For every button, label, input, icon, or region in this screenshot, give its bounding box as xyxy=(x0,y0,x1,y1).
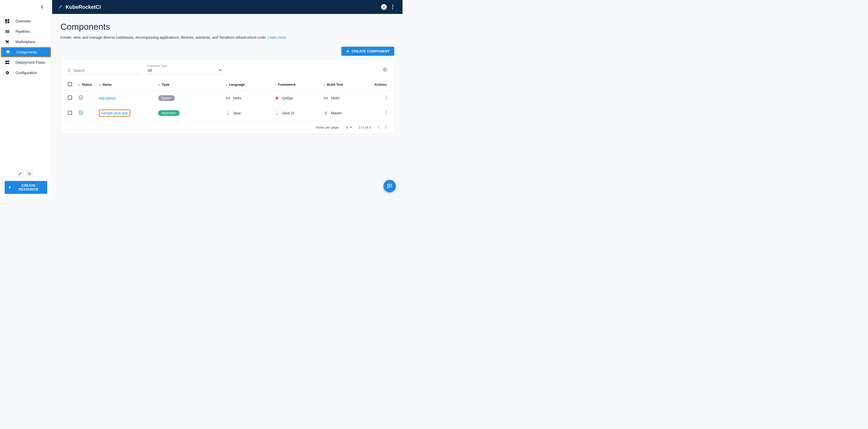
search-input[interactable] xyxy=(73,68,141,72)
sidebar-item-label: Marketplace xyxy=(16,40,35,44)
theme-option-rocket[interactable] xyxy=(17,170,24,177)
row-actions-button[interactable] xyxy=(386,96,387,100)
select-all-checkbox[interactable] xyxy=(68,82,72,86)
next-page-button[interactable] xyxy=(384,125,387,130)
rows-per-page-select[interactable]: 5 xyxy=(346,125,352,129)
kubernetes-icon xyxy=(27,172,31,176)
brand-label: KubeRocketCI xyxy=(66,4,101,10)
sidebar: Overview Pipelines Marketplace Component… xyxy=(0,0,52,199)
sidebar-item-marketplace[interactable]: Marketplace xyxy=(0,37,52,47)
brand[interactable]: KubeRocketCI xyxy=(57,4,101,10)
sort-icon[interactable]: ▲▼ xyxy=(323,84,326,86)
svg-point-28 xyxy=(386,114,386,115)
info-icon: i xyxy=(381,4,387,10)
more-menu-button[interactable] xyxy=(389,3,396,10)
search-input-wrap xyxy=(66,67,141,74)
sidebar-item-label: Components xyxy=(16,50,37,54)
svg-point-26 xyxy=(386,111,386,112)
rows-per-page-label: Rows per page: xyxy=(316,125,340,129)
row-actions-button[interactable] xyxy=(386,112,387,116)
sidebar-item-components[interactable]: Components xyxy=(1,47,51,57)
info-button[interactable]: i xyxy=(380,3,388,10)
sort-icon[interactable]: ▲▼ xyxy=(78,84,80,86)
svg-point-16 xyxy=(384,69,385,70)
language-icon: HELM xyxy=(225,95,230,101)
svg-point-10 xyxy=(29,173,30,174)
gear-icon xyxy=(5,70,10,75)
layers-icon xyxy=(5,50,10,55)
gear-icon xyxy=(382,67,387,72)
row-checkbox[interactable] xyxy=(68,111,72,115)
svg-rect-1 xyxy=(7,19,9,21)
sidebar-footer: CREATE RESOURCE xyxy=(0,167,52,199)
type-badge: Application xyxy=(158,110,180,116)
sort-icon[interactable]: ▲▼ xyxy=(225,84,227,86)
chat-icon xyxy=(387,183,393,189)
sidebar-item-pipelines[interactable]: Pipelines xyxy=(0,26,52,37)
cart-icon xyxy=(5,39,10,44)
vertical-dots-icon xyxy=(386,95,387,100)
codebase-type-select[interactable]: All xyxy=(147,68,222,74)
svg-point-22 xyxy=(386,95,386,96)
create-component-button[interactable]: CREATE COMPONENT xyxy=(341,47,394,56)
vertical-dots-icon xyxy=(386,111,387,115)
plus-icon xyxy=(346,50,350,53)
chat-button[interactable] xyxy=(383,180,396,192)
buildtool-icon: HELM xyxy=(323,95,329,101)
svg-point-20 xyxy=(277,98,277,98)
framework-label: Java 21 xyxy=(282,111,294,115)
sidebar-item-label: Pipelines xyxy=(16,29,30,34)
page-title: Components xyxy=(60,22,394,32)
svg-rect-7 xyxy=(5,61,9,62)
caret-down-icon xyxy=(219,70,222,71)
page-subtitle: Create, view, and manage diverse codebas… xyxy=(60,35,394,39)
theme-option-kube[interactable] xyxy=(26,170,33,177)
codebase-type-label: Codebase Type xyxy=(147,64,222,67)
svg-text:HELM: HELM xyxy=(324,97,328,99)
component-name-link[interactable]: sample-java-app xyxy=(99,110,130,117)
button-label: CREATE RESOURCE xyxy=(13,184,43,191)
language-icon xyxy=(225,111,230,116)
table-settings-button[interactable] xyxy=(381,66,388,74)
collapse-sidebar-button[interactable] xyxy=(39,4,45,10)
svg-rect-5 xyxy=(7,30,8,33)
svg-rect-2 xyxy=(7,21,9,23)
language-label: Helm xyxy=(233,96,242,100)
framework-icon xyxy=(274,95,279,101)
buildtool-icon xyxy=(323,111,329,116)
pagination-range: 1–2 of 2 xyxy=(359,125,371,129)
create-resource-button[interactable]: CREATE RESOURCE xyxy=(5,181,47,194)
row-checkbox[interactable] xyxy=(68,95,72,100)
sidebar-item-label: Configuration xyxy=(16,71,37,75)
button-label: CREATE COMPONENT xyxy=(352,49,390,53)
plus-icon xyxy=(8,186,11,189)
framework-icon xyxy=(274,111,279,116)
status-ok-icon xyxy=(78,97,83,101)
sort-icon[interactable]: ▲▼ xyxy=(274,84,276,86)
sidebar-item-overview[interactable]: Overview xyxy=(0,16,52,26)
sidebar-item-label: Overview xyxy=(16,19,30,23)
select-value: All xyxy=(148,68,152,72)
pipelines-icon xyxy=(5,29,10,34)
components-table: ▲▼Status ▲▼Name ▲▼Type ▲▼Language ▲▼Fram… xyxy=(61,79,394,121)
svg-rect-4 xyxy=(6,30,6,33)
buildtool-label: Maven xyxy=(331,111,342,115)
sort-icon[interactable]: ▲▼ xyxy=(158,84,160,86)
svg-rect-8 xyxy=(5,63,9,64)
sort-icon[interactable]: ▲▼ xyxy=(99,84,101,86)
sidebar-item-deployment-flows[interactable]: Deployment Flows xyxy=(0,57,52,68)
sidebar-item-label: Deployment Flows xyxy=(16,60,45,64)
dashboard-icon xyxy=(5,19,10,24)
table-row: sample-java-appApplicationJavaJava 21Mav… xyxy=(61,105,394,121)
svg-point-14 xyxy=(392,8,393,9)
sidebar-item-configuration[interactable]: Configuration xyxy=(0,68,52,78)
topbar: KubeRocketCI i xyxy=(52,0,403,14)
prev-page-button[interactable] xyxy=(377,125,380,130)
caret-down-icon xyxy=(350,127,352,128)
search-icon xyxy=(67,68,71,72)
svg-point-24 xyxy=(386,99,386,99)
language-label: Java xyxy=(233,111,241,115)
chevron-left-icon xyxy=(41,5,43,9)
learn-more-link[interactable]: Learn more. xyxy=(268,35,287,39)
component-name-link[interactable]: edp-gitops xyxy=(99,96,116,100)
